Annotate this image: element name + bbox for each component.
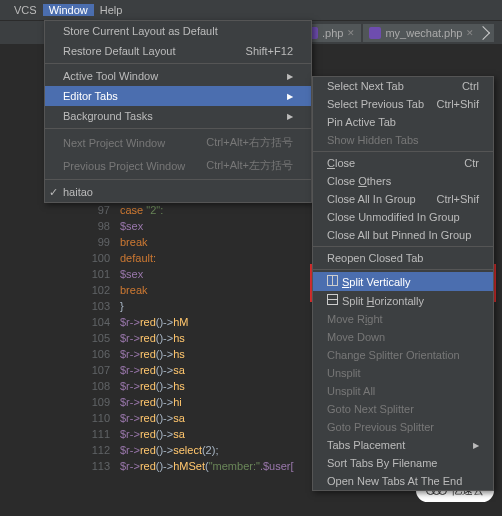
editor-tabs-submenu: Select Next TabCtrl Select Previous TabC… [312, 76, 494, 491]
split-vertical-icon [327, 275, 338, 286]
check-icon: ✓ [49, 186, 58, 199]
menu-next-project: Next Project WindowCtrl+Alt+右方括号 [45, 131, 311, 154]
menu-prev-project: Previous Project WindowCtrl+Alt+左方括号 [45, 154, 311, 177]
menu-editor-tabs[interactable]: Editor Tabs▶ [45, 86, 311, 106]
chevron-right-icon: ▶ [287, 72, 293, 81]
menu-close-all-but-pinned[interactable]: Close All but Pinned In Group [313, 226, 493, 244]
menu-unsplit-all: Unsplit All [313, 382, 493, 400]
menu-show-hidden-tabs: Show Hidden Tabs [313, 131, 493, 149]
chevron-right-icon: ▶ [287, 92, 293, 101]
menu-close[interactable]: CloseCtr [313, 154, 493, 172]
menu-sort-tabs[interactable]: Sort Tabs By Filename [313, 454, 493, 472]
menu-split-vertically[interactable]: Split Vertically [313, 272, 493, 291]
menu-window-haitao[interactable]: ✓haitao [45, 182, 311, 202]
menu-window[interactable]: Window [43, 4, 94, 16]
close-icon[interactable]: ✕ [347, 28, 355, 38]
menu-select-next-tab[interactable]: Select Next TabCtrl [313, 77, 493, 95]
menu-close-all-group[interactable]: Close All In GroupCtrl+Shif [313, 190, 493, 208]
menu-open-new-tabs-end[interactable]: Open New Tabs At The End [313, 472, 493, 490]
menu-tabs-placement[interactable]: Tabs Placement▶ [313, 436, 493, 454]
pin-icon [476, 25, 490, 39]
php-icon [369, 27, 381, 39]
menu-background-tasks[interactable]: Background Tasks▶ [45, 106, 311, 126]
gutter: 9596979899100101102103104105106107108109… [80, 170, 110, 474]
menu-unsplit: Unsplit [313, 364, 493, 382]
menu-change-splitter: Change Splitter Orientation [313, 346, 493, 364]
menu-reopen-closed-tab[interactable]: Reopen Closed Tab [313, 249, 493, 267]
menu-store-layout[interactable]: Store Current Layout as Default [45, 21, 311, 41]
chevron-right-icon: ▶ [473, 441, 479, 450]
menu-goto-next-splitter: Goto Next Splitter [313, 400, 493, 418]
menu-close-others[interactable]: Close Others [313, 172, 493, 190]
menu-select-prev-tab[interactable]: Select Previous TabCtrl+Shif [313, 95, 493, 113]
menu-pin-active-tab[interactable]: Pin Active Tab [313, 113, 493, 131]
menu-goto-prev-splitter: Goto Previous Splitter [313, 418, 493, 436]
menu-split-horizontally[interactable]: Split Horizontally [313, 291, 493, 310]
close-icon[interactable]: ✕ [466, 28, 474, 38]
window-menu: Store Current Layout as Default Restore … [44, 20, 312, 203]
editor-area[interactable]: $sex break case "2": $sex break default:… [120, 170, 294, 474]
menu-vcs[interactable]: VCS [8, 4, 43, 16]
menubar: VCS Window Help [0, 0, 502, 20]
tab-my-wechat[interactable]: my_wechat.php✕ [363, 24, 494, 42]
menu-close-unmodified[interactable]: Close Unmodified In Group [313, 208, 493, 226]
menu-restore-layout[interactable]: Restore Default LayoutShift+F12 [45, 41, 311, 61]
split-horizontal-icon [327, 294, 338, 305]
menu-help[interactable]: Help [94, 4, 129, 16]
chevron-right-icon: ▶ [287, 112, 293, 121]
menu-move-right: Move Right [313, 310, 493, 328]
menu-move-down: Move Down [313, 328, 493, 346]
menu-active-tool-window[interactable]: Active Tool Window▶ [45, 66, 311, 86]
